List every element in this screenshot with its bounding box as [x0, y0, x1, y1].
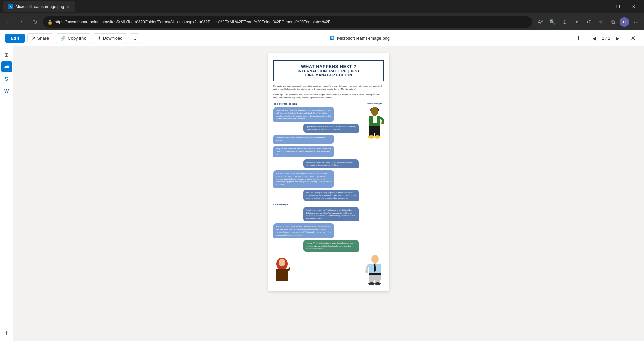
- new-colleague-svg: [365, 106, 384, 140]
- bubble-right-2: Reviews and signs the contract. They the…: [303, 159, 359, 168]
- share-icon: ↗: [32, 36, 35, 41]
- svg-point-7: [374, 135, 380, 139]
- chat-row-right-2: Reviews and signs the contract. They the…: [273, 159, 384, 168]
- bubble-left-1: Sends the New Colleague an email to thei…: [273, 107, 334, 122]
- doc-title-line2: INTERNAL CONTRACT REQUEST: [278, 69, 379, 73]
- copy-link-button[interactable]: 🔗 Copy link: [56, 33, 90, 43]
- doc-next-steps-text: Next Steps – the Teamwork and Collaborat…: [273, 93, 384, 99]
- address-bar-row: ‹ › ↻ 🔒 https://myxml.sharepoint.com/sit…: [0, 13, 644, 30]
- read-aloud-button[interactable]: Aᴬ: [535, 17, 546, 27]
- next-page-button[interactable]: ▶: [613, 34, 622, 43]
- bubble-right-4: Receives an email from IT letting you kn…: [303, 207, 359, 221]
- woman-character-svg: [273, 258, 290, 285]
- doc-header-box: WHAT HAPPENS NEXT ? INTERNAL CONTRACT RE…: [273, 60, 384, 81]
- share-label: Share: [37, 36, 49, 41]
- svg-point-10: [279, 259, 285, 266]
- svg-point-22: [365, 270, 368, 273]
- bubble-left-3: They will then receive an email to their…: [273, 146, 334, 157]
- sidebar-icon-apps[interactable]: ⊞: [1, 49, 12, 60]
- bubble-left-4: The New Colleague will then receive an e…: [273, 170, 334, 187]
- filename-text: MicrosoftTeams-image.png: [337, 36, 390, 41]
- bubble-right-1: Uploads into Job Diva, their proof of ID…: [303, 124, 359, 133]
- profile-button[interactable]: U: [620, 17, 629, 27]
- toolbar-right: ℹ ◀ 1 / 1 ▶ ✕: [573, 33, 639, 44]
- chat-section: The Internal HR Team New Colleague: [273, 103, 384, 285]
- update-button[interactable]: ↺: [583, 17, 594, 27]
- svg-rect-2: [373, 115, 376, 116]
- chat-row-3: They will then receive an email to their…: [273, 146, 384, 157]
- svg-point-14: [371, 255, 379, 263]
- file-icon: 🖼: [328, 35, 335, 42]
- divider: [587, 34, 587, 42]
- sidebar-add-button[interactable]: +: [1, 328, 12, 338]
- chat-row-right-3: The New Colleague kindly responds to the…: [273, 190, 384, 202]
- favorites-button[interactable]: ☆: [595, 17, 606, 27]
- collections-button[interactable]: ⧉: [608, 17, 618, 27]
- chat-row-right-4: Receives an email from IT letting you kn…: [273, 207, 384, 221]
- minimize-button[interactable]: —: [595, 0, 610, 13]
- chat-row-4: The New Colleague will then receive an e…: [273, 170, 384, 187]
- close-view-button[interactable]: ✕: [628, 33, 639, 44]
- filename-display: 🖼 MicrosoftTeams-image.png: [328, 35, 390, 42]
- download-icon: ⬇: [97, 36, 101, 41]
- document-toolbar: Edit ↗ Share 🔗 Copy link ⬇ Download ... …: [0, 30, 644, 46]
- browser-title-bar: X MicrosoftTeams-image.png ✕ — ❐ ✕: [0, 0, 644, 13]
- bottom-characters: [273, 254, 384, 285]
- toolbar-divider: [143, 34, 143, 42]
- main-layout: ⊞ S W + WHAT HAPPENS NEXT ? INTERNAL CON…: [0, 46, 644, 341]
- document-page: WHAT HAPPENS NEXT ? INTERNAL CONTRACT RE…: [268, 53, 389, 291]
- doc-title-line1: WHAT HAPPENS NEXT ?: [278, 64, 379, 69]
- sidebar-icon-word[interactable]: W: [1, 86, 12, 96]
- page-indicator: 1 / 1: [602, 36, 610, 41]
- info-button[interactable]: ℹ: [573, 33, 584, 44]
- back-button[interactable]: ‹: [3, 17, 13, 27]
- svg-rect-15: [374, 262, 376, 264]
- url-text: https://myxml.sharepoint.com/sites/XML/T…: [55, 20, 528, 24]
- more-options-button[interactable]: ...: [130, 33, 139, 43]
- tab-title: MicrosoftTeams-image.png: [15, 4, 64, 9]
- close-tab-icon[interactable]: ✕: [66, 4, 70, 9]
- forward-button[interactable]: ›: [16, 17, 27, 27]
- link-icon: 🔗: [60, 36, 66, 41]
- bubble-right-3: The New Colleague kindly responds to the…: [303, 190, 359, 202]
- browser-tab[interactable]: X MicrosoftTeams-image.png ✕: [3, 1, 75, 12]
- lineman-character-svg: [365, 254, 384, 285]
- address-bar-actions: Aᴬ 🔍 ⊕ ✦ ↺ ☆ ⧉ U ⋯: [535, 17, 641, 27]
- svg-rect-17: [369, 273, 381, 275]
- reload-button[interactable]: ↻: [30, 17, 40, 27]
- search-web-button[interactable]: 🔍: [547, 17, 558, 27]
- svg-point-6: [368, 135, 374, 139]
- download-button[interactable]: ⬇ Download: [93, 33, 127, 43]
- edit-button[interactable]: Edit: [5, 34, 25, 43]
- line-manager-label: Line Manager: [273, 203, 384, 206]
- close-button[interactable]: ✕: [626, 0, 641, 13]
- address-bar[interactable]: 🔒 https://myxml.sharepoint.com/sites/XML…: [43, 16, 532, 28]
- window-controls: — ❐ ✕: [595, 0, 641, 13]
- copilot-button[interactable]: ✦: [571, 17, 582, 27]
- sidebar-icon-sharepoint[interactable]: S: [1, 73, 12, 84]
- share-button[interactable]: ↗ Share: [27, 33, 54, 43]
- prev-page-button[interactable]: ◀: [590, 34, 599, 43]
- lock-icon: 🔒: [47, 20, 53, 25]
- svg-point-8: [381, 122, 384, 124]
- character-new-colleague: New Colleague: [365, 103, 384, 140]
- bubble-right-5: Internal HR will be in contact to share …: [303, 240, 359, 252]
- browser-extension-button[interactable]: ⊕: [559, 17, 570, 27]
- new-colleague-label: New Colleague: [367, 103, 382, 105]
- copy-link-label: Copy link: [68, 36, 86, 41]
- doc-intro-text: Fantastic! you have successfully submitt…: [273, 85, 384, 91]
- bubble-left-5: The working day before the New Colleague…: [273, 223, 334, 238]
- doc-title-line3: LINE MANAGER EDITION: [278, 73, 379, 77]
- settings-more-button[interactable]: ⋯: [631, 17, 641, 27]
- sidebar-left: ⊞ S W +: [0, 46, 13, 341]
- favicon: X: [8, 4, 13, 9]
- svg-rect-16: [369, 274, 381, 280]
- svg-point-1: [371, 107, 378, 115]
- document-viewer[interactable]: WHAT HAPPENS NEXT ? INTERNAL CONTRACT RE…: [13, 46, 644, 341]
- sidebar-icon-onedrive[interactable]: [1, 61, 12, 72]
- download-label: Download: [103, 36, 123, 41]
- chat-row-right-5: Internal HR will be in contact to share …: [273, 240, 384, 252]
- maximize-button[interactable]: ❐: [610, 0, 626, 13]
- bubble-left-2: We receive their ID and proof of address…: [273, 135, 334, 144]
- chat-row-5: The working day before the New Colleague…: [273, 223, 384, 238]
